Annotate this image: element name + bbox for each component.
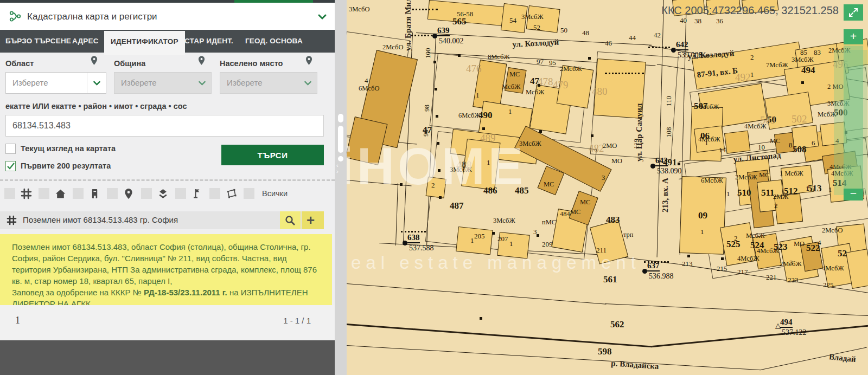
house-number-label: 108: [665, 127, 673, 138]
building-type-label: 6МсбО: [359, 85, 379, 93]
oblast-select[interactable]: Изберете: [5, 72, 106, 94]
zoom-slider[interactable]: [844, 46, 863, 190]
survey-point-elevation: 538.090: [657, 167, 682, 176]
survey-point-number: 642: [676, 40, 688, 50]
building-type-label: МС: [770, 137, 780, 145]
search-button[interactable]: ТЪРСИ: [221, 145, 324, 165]
street-name-label: ул. Козлодуй: [512, 38, 559, 49]
building-type-label: МО: [611, 157, 622, 165]
survey-dotted-line: [401, 231, 426, 232]
house-number-label: 36: [716, 17, 723, 25]
parcel-boundary-line: [652, 325, 868, 347]
layer-header[interactable]: Кадастрална карта и регистри: [0, 3, 335, 30]
expand-icon: [848, 7, 859, 18]
house-number-label: 100: [424, 48, 432, 59]
house-number-label: 3: [602, 173, 605, 182]
expand-result-button[interactable]: +: [302, 211, 324, 229]
old-parcel-number-label: 479: [553, 79, 569, 91]
panel-collapse-handle[interactable]: ‹›: [335, 0, 347, 375]
survey-point-elevation: 537.122: [782, 328, 807, 337]
old-parcel-number-label: 482: [589, 143, 604, 154]
survey-point-number: 643: [655, 156, 668, 166]
building-type-label: МС: [580, 198, 590, 206]
parcel-boundary-line: [347, 324, 652, 347]
naseleno-label: Населено място: [220, 59, 283, 68]
house-number-label: 207: [497, 235, 508, 243]
street-name-label: ул. Цар Самуил: [635, 104, 644, 161]
house-number-label: 1: [806, 184, 809, 193]
filter-checkbox-flag[interactable]: [175, 188, 186, 199]
old-parcel-number-label: 476: [466, 63, 482, 75]
building-type-label: МО: [794, 240, 805, 248]
chevron-down-icon[interactable]: [317, 11, 328, 22]
identifier-input[interactable]: [5, 115, 324, 137]
parcel-number-label: 487: [450, 201, 464, 211]
survey-point-marker: [403, 241, 407, 245]
tab-address[interactable]: АДРЕС: [72, 30, 99, 53]
house-number-label: 1: [726, 190, 730, 198]
building-type-label: пМС: [542, 218, 556, 227]
street-name-label: ул. Братя Миладинови: [404, 0, 413, 51]
building-type-label: МС: [544, 180, 554, 189]
house-number-label: 110: [665, 96, 673, 106]
filter-checkbox-polygon[interactable]: [209, 188, 220, 199]
parcel-boundary-line: [347, 283, 607, 305]
house-number-label: 2: [774, 202, 778, 210]
boundary-dot: [591, 134, 593, 137]
survey-point-marker: [642, 269, 647, 274]
building-type-label: 2МсбО: [382, 43, 403, 51]
building-type-label: МсбЖ: [502, 83, 520, 91]
filter-checkbox-house[interactable]: [39, 188, 49, 199]
page-range: 1 - 1 / 1: [283, 316, 311, 325]
house-icon: [55, 188, 66, 199]
tab-geod-basis[interactable]: ГЕОД. ОСНОВА: [245, 30, 303, 53]
building-type-label: 4МсбЖ: [698, 135, 720, 144]
zoom-in-button[interactable]: +: [844, 29, 863, 44]
house-number-label: 221: [766, 273, 777, 282]
search-panel: Кадастрална карта и регистри БЪРЗО ТЪРСЕ…: [0, 0, 335, 375]
boundary-dot: [537, 234, 539, 237]
boundary-dot: [492, 232, 495, 235]
filter-checkbox-building[interactable]: [73, 188, 84, 199]
fullscreen-button[interactable]: [844, 4, 863, 21]
tab-bar: БЪРЗО ТЪРСЕНЕ АДРЕС ИДЕНТИФИКАТОР СТАР И…: [0, 30, 335, 53]
zoom-out-button[interactable]: −: [844, 189, 863, 201]
result-row[interactable]: Поземлен имот 68134.513.483 гр. София +: [0, 211, 324, 229]
house-number-label: 1: [750, 70, 754, 79]
house-number-label: 95: [549, 59, 556, 67]
oblast-placeholder: Изберете: [12, 78, 48, 87]
filter-checkbox-parcel[interactable]: [4, 188, 15, 199]
filter-checkbox-layers[interactable]: [141, 188, 152, 199]
survey-point-marker: [671, 48, 676, 53]
survey-point-number: 494: [780, 318, 793, 328]
parcel-number-label: 52: [838, 248, 847, 259]
survey-point-number: 638: [407, 233, 420, 243]
boundary-dot: [588, 57, 591, 60]
obshtina-pin-icon[interactable]: [197, 55, 206, 66]
parcel-number-label: 561: [603, 274, 617, 285]
building-icon: [89, 188, 100, 199]
tab-old-ident[interactable]: СТАР ИДЕНТ.: [184, 30, 233, 53]
cadastral-map[interactable]: ул. Козлодуйул. Козлодуйул. Листопад87-9…: [347, 0, 868, 375]
obshtina-select[interactable]: Изберете: [114, 72, 212, 94]
building-type-label: МС: [570, 208, 580, 216]
page-number[interactable]: 1: [15, 315, 20, 326]
first200-checkbox[interactable]: [5, 161, 16, 171]
house-number-label: 48: [582, 29, 589, 37]
house-number-label: 42: [654, 31, 661, 40]
filter-checkbox-all[interactable]: [244, 188, 254, 199]
tab-quick-search[interactable]: БЪРЗО ТЪРСЕНЕ: [5, 30, 71, 53]
oblast-chevron-icon: [92, 79, 101, 88]
naseleno-select[interactable]: Изберете: [220, 72, 317, 94]
naseleno-pin-icon[interactable]: [305, 55, 313, 66]
house-number-label: 209: [542, 240, 553, 249]
parcel-number-label: 562: [610, 319, 624, 330]
tab-identifier[interactable]: ИДЕНТИФИКАТОР: [104, 31, 185, 55]
building: [724, 131, 750, 154]
house-number-label: 225: [823, 281, 834, 289]
filter-checkbox-point[interactable]: [107, 188, 118, 199]
house-number-label: 83: [814, 48, 821, 57]
zoom-to-result-button[interactable]: [280, 211, 301, 229]
current-view-checkbox[interactable]: [5, 144, 16, 154]
oblast-pin-icon[interactable]: [90, 55, 98, 66]
